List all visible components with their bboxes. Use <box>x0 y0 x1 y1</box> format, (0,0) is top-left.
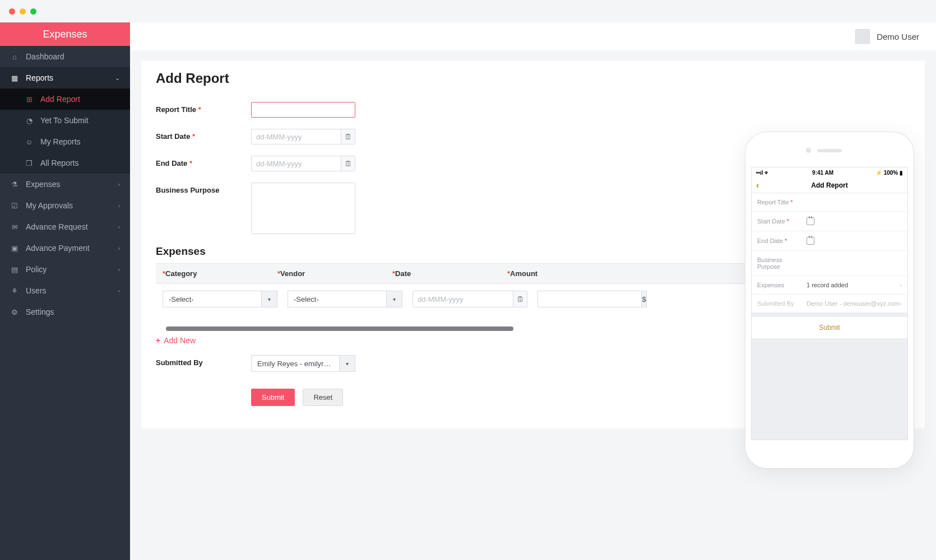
window-close-icon[interactable] <box>9 8 15 15</box>
horizontal-scrollbar[interactable] <box>166 326 513 331</box>
row-report-title: Report Title * <box>156 102 910 118</box>
phone-row-start-date[interactable]: Start Date * <box>752 212 907 231</box>
avatar[interactable] <box>855 29 870 44</box>
col-vendor: *Vendor <box>277 269 392 278</box>
label-business-purpose: Business Purpose <box>156 183 251 194</box>
end-date-input[interactable] <box>251 156 341 171</box>
required-icon: * <box>192 132 195 141</box>
window-zoom-icon[interactable] <box>30 8 36 15</box>
sidebar-item-users[interactable]: ⚘ Users › <box>0 280 130 301</box>
phone-time: 9:41 AM <box>812 170 833 176</box>
sidebar: Expenses ⌂ Dashboard ▦ Reports ⌄ ⊞ Add R… <box>0 22 130 560</box>
phone-title: Add Report <box>811 181 847 189</box>
sidebar-item-add-report[interactable]: ⊞ Add Report <box>0 88 130 110</box>
phone-mockup: ••ıl ᯤ 9:41 AM ⚡ 100% ▮ ‹ Add Report Rep… <box>745 132 914 468</box>
sidebar-item-label: All Reports <box>40 158 78 167</box>
sidebar-item-label: My Reports <box>40 137 81 146</box>
sidebar-item-label: Expenses <box>26 180 60 189</box>
brand: Expenses <box>0 22 130 46</box>
required-icon: * <box>189 159 192 167</box>
sidebar-item-label: Advance Request <box>26 222 88 231</box>
chevron-right-icon: › <box>118 223 120 230</box>
sidebar-item-advance-payment[interactable]: ▣ Advance Payment › <box>0 237 130 259</box>
sidebar-item-label: Reports <box>26 73 53 82</box>
phone-row-end-date[interactable]: End Date * <box>752 231 907 251</box>
business-purpose-input[interactable] <box>251 183 355 234</box>
window-minimize-icon[interactable] <box>20 8 26 15</box>
request-icon: ✉ <box>10 223 19 231</box>
add-new-button[interactable]: + Add New <box>156 336 196 345</box>
phone-battery: ⚡ 100% ▮ <box>875 170 903 176</box>
phone-screen: ••ıl ᯤ 9:41 AM ⚡ 100% ▮ ‹ Add Report Rep… <box>751 167 908 440</box>
label-end-date: End Date * <box>156 156 251 167</box>
report-title-input[interactable] <box>251 102 355 118</box>
sidebar-item-label: Advance Payment <box>26 244 90 253</box>
col-category: *Category <box>163 269 277 278</box>
sidebar-item-advance-request[interactable]: ✉ Advance Request › <box>0 216 130 237</box>
sidebar-item-expenses[interactable]: ⚗ Expenses › <box>0 174 130 195</box>
sidebar-item-label: My Approvals <box>26 201 73 210</box>
sidebar-item-policy[interactable]: ▤ Policy › <box>0 259 130 280</box>
calendar-icon[interactable]: 🗓 <box>341 156 355 171</box>
payment-icon: ▣ <box>10 244 19 253</box>
submitted-by-select[interactable]: Emily Reyes - emilyr… ▾ <box>251 355 355 372</box>
sidebar-item-dashboard[interactable]: ⌂ Dashboard <box>0 46 130 67</box>
expense-date-input[interactable] <box>413 291 513 307</box>
sidebar-item-label: Dashboard <box>26 52 64 61</box>
plus-icon: + <box>156 336 160 345</box>
currency-icon[interactable]: $ <box>641 291 647 307</box>
submit-button[interactable]: Submit <box>251 389 295 406</box>
sidebar-item-my-reports[interactable]: ☺ My Reports <box>0 131 130 152</box>
label-submitted-by: Submitted By <box>156 355 251 367</box>
chevron-right-icon: › <box>118 245 120 251</box>
dashboard-icon: ⌂ <box>10 53 19 61</box>
label-start-date: Start Date * <box>156 129 251 141</box>
chevron-down-icon: ▾ <box>261 291 277 307</box>
required-icon: * <box>198 105 201 114</box>
label-report-title: Report Title * <box>156 102 251 114</box>
chevron-right-icon: › <box>118 266 120 273</box>
phone-row-expenses[interactable]: Expenses 1 record added › <box>752 276 907 295</box>
amount-input[interactable] <box>537 291 641 307</box>
flask-icon: ⚗ <box>10 180 19 189</box>
person-icon: ☺ <box>25 138 34 146</box>
user-name[interactable]: Demo User <box>877 32 919 41</box>
phone-row-report-title[interactable]: Report Title * <box>752 193 907 212</box>
col-amount: *Amount <box>507 269 617 278</box>
sidebar-item-settings[interactable]: ⚙ Settings <box>0 301 130 323</box>
chevron-right-icon: › <box>118 287 120 294</box>
back-icon[interactable]: ‹ <box>756 181 759 190</box>
sidebar-item-label: Users <box>26 286 47 295</box>
reset-button[interactable]: Reset <box>303 389 343 406</box>
gear-icon: ⚙ <box>10 308 19 316</box>
window-chrome <box>0 0 936 22</box>
chevron-right-icon: › <box>900 282 902 288</box>
start-date-input[interactable] <box>251 129 341 144</box>
col-date: *Date <box>392 269 507 278</box>
calendar-icon[interactable]: 🗓 <box>341 129 355 144</box>
phone-status-bar: ••ıl ᯤ 9:41 AM ⚡ 100% ▮ <box>752 167 907 178</box>
category-select[interactable]: -Select- ▾ <box>163 291 277 307</box>
chevron-right-icon: › <box>118 202 120 209</box>
policy-icon: ▤ <box>10 265 19 274</box>
sidebar-item-reports[interactable]: ▦ Reports ⌄ <box>0 67 130 88</box>
phone-row-submitted-by[interactable]: Submitted By Demo User - demouser@xyz.co… <box>752 295 907 313</box>
chevron-right-icon: › <box>900 300 902 307</box>
sidebar-item-my-approvals[interactable]: ☑ My Approvals › <box>0 195 130 216</box>
stack-icon: ❐ <box>25 159 34 167</box>
sidebar-item-yet-to-submit[interactable]: ◔ Yet To Submit <box>0 110 130 131</box>
chevron-down-icon: ⌄ <box>115 74 120 82</box>
sidebar-item-label: Policy <box>26 265 47 274</box>
vendor-select[interactable]: -Select- ▾ <box>288 291 402 307</box>
phone-submit-button[interactable]: Submit <box>752 316 907 339</box>
sidebar-item-label: Add Report <box>40 95 80 104</box>
calendar-icon <box>807 237 814 245</box>
pending-icon: ◔ <box>25 116 34 125</box>
sidebar-item-all-reports[interactable]: ❐ All Reports <box>0 152 130 174</box>
approval-icon: ☑ <box>10 202 19 210</box>
users-icon: ⚘ <box>10 287 19 295</box>
phone-row-business-purpose[interactable]: Business Purpose <box>752 251 907 276</box>
calendar-icon[interactable]: 🗓 <box>513 291 527 307</box>
sidebar-item-label: Yet To Submit <box>40 116 89 125</box>
plus-square-icon: ⊞ <box>25 95 34 104</box>
